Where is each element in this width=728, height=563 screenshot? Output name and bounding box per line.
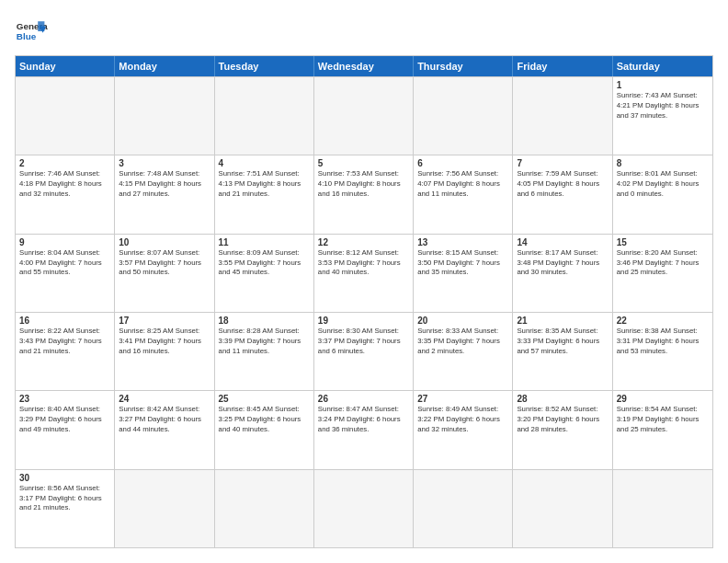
- day-number: 24: [119, 394, 210, 404]
- calendar-week-5: 23Sunrise: 8:40 AM Sunset: 3:29 PM Dayli…: [16, 390, 712, 468]
- weekday-header-monday: Monday: [115, 56, 214, 76]
- day-number: 3: [119, 158, 210, 168]
- day-number: 22: [617, 316, 709, 326]
- calendar: SundayMondayTuesdayWednesdayThursdayFrid…: [15, 55, 713, 548]
- day-info: Sunrise: 7:48 AM Sunset: 4:15 PM Dayligh…: [119, 169, 210, 200]
- calendar-empty-cell: [215, 77, 314, 155]
- day-number: 1: [617, 80, 709, 90]
- day-number: 6: [417, 158, 508, 168]
- calendar-day-22: 22Sunrise: 8:38 AM Sunset: 3:31 PM Dayli…: [613, 313, 712, 390]
- calendar-header: SundayMondayTuesdayWednesdayThursdayFrid…: [16, 56, 712, 76]
- day-info: Sunrise: 8:25 AM Sunset: 3:41 PM Dayligh…: [119, 327, 210, 357]
- day-info: Sunrise: 8:28 AM Sunset: 3:39 PM Dayligh…: [219, 327, 310, 357]
- day-info: Sunrise: 8:42 AM Sunset: 3:27 PM Dayligh…: [119, 405, 210, 435]
- weekday-header-thursday: Thursday: [414, 56, 513, 76]
- calendar-empty-cell: [513, 77, 612, 155]
- calendar-day-26: 26Sunrise: 8:47 AM Sunset: 3:24 PM Dayli…: [314, 391, 414, 468]
- day-info: Sunrise: 7:56 AM Sunset: 4:07 PM Dayligh…: [417, 169, 508, 200]
- header: General Blue: [15, 15, 713, 48]
- day-info: Sunrise: 8:09 AM Sunset: 3:55 PM Dayligh…: [219, 248, 310, 279]
- day-number: 15: [617, 237, 709, 247]
- calendar-empty-cell: [16, 77, 115, 155]
- calendar-empty-cell: [513, 470, 612, 547]
- calendar-day-25: 25Sunrise: 8:45 AM Sunset: 3:25 PM Dayli…: [215, 391, 314, 468]
- day-info: Sunrise: 7:51 AM Sunset: 4:13 PM Dayligh…: [219, 169, 310, 200]
- day-info: Sunrise: 8:49 AM Sunset: 3:22 PM Dayligh…: [417, 405, 508, 435]
- calendar-day-2: 2Sunrise: 7:46 AM Sunset: 4:18 PM Daylig…: [16, 155, 115, 233]
- weekday-header-wednesday: Wednesday: [314, 56, 414, 76]
- calendar-day-23: 23Sunrise: 8:40 AM Sunset: 3:29 PM Dayli…: [16, 391, 115, 468]
- day-number: 2: [19, 158, 110, 168]
- calendar-day-12: 12Sunrise: 8:12 AM Sunset: 3:53 PM Dayli…: [314, 235, 414, 312]
- weekday-header-tuesday: Tuesday: [215, 56, 314, 76]
- day-number: 27: [417, 394, 508, 404]
- svg-text:Blue: Blue: [17, 31, 37, 41]
- calendar-week-4: 16Sunrise: 8:22 AM Sunset: 3:43 PM Dayli…: [16, 312, 712, 390]
- day-info: Sunrise: 8:56 AM Sunset: 3:17 PM Dayligh…: [19, 484, 110, 514]
- calendar-empty-cell: [613, 470, 712, 547]
- day-number: 19: [318, 316, 409, 326]
- day-info: Sunrise: 8:01 AM Sunset: 4:02 PM Dayligh…: [617, 169, 709, 200]
- calendar-week-2: 2Sunrise: 7:46 AM Sunset: 4:18 PM Daylig…: [16, 155, 712, 233]
- day-number: 9: [19, 237, 110, 247]
- calendar-empty-cell: [115, 77, 214, 155]
- calendar-day-13: 13Sunrise: 8:15 AM Sunset: 3:50 PM Dayli…: [414, 235, 513, 312]
- day-info: Sunrise: 8:33 AM Sunset: 3:35 PM Dayligh…: [417, 327, 508, 357]
- day-number: 8: [617, 158, 709, 168]
- calendar-day-29: 29Sunrise: 8:54 AM Sunset: 3:19 PM Dayli…: [613, 391, 712, 468]
- day-info: Sunrise: 8:40 AM Sunset: 3:29 PM Dayligh…: [19, 405, 110, 435]
- calendar-body: 1Sunrise: 7:43 AM Sunset: 4:21 PM Daylig…: [16, 76, 712, 547]
- calendar-empty-cell: [414, 77, 513, 155]
- day-number: 18: [219, 316, 310, 326]
- day-info: Sunrise: 8:07 AM Sunset: 3:57 PM Dayligh…: [119, 248, 210, 279]
- calendar-day-6: 6Sunrise: 7:56 AM Sunset: 4:07 PM Daylig…: [414, 155, 513, 233]
- day-number: 11: [219, 237, 310, 247]
- day-number: 10: [119, 237, 210, 247]
- day-info: Sunrise: 7:53 AM Sunset: 4:10 PM Dayligh…: [318, 169, 409, 200]
- day-number: 25: [219, 394, 310, 404]
- day-info: Sunrise: 8:35 AM Sunset: 3:33 PM Dayligh…: [517, 327, 608, 357]
- day-info: Sunrise: 8:54 AM Sunset: 3:19 PM Dayligh…: [617, 405, 709, 435]
- calendar-day-5: 5Sunrise: 7:53 AM Sunset: 4:10 PM Daylig…: [314, 155, 414, 233]
- calendar-day-17: 17Sunrise: 8:25 AM Sunset: 3:41 PM Dayli…: [115, 313, 214, 390]
- calendar-empty-cell: [414, 470, 513, 547]
- day-number: 28: [517, 394, 608, 404]
- calendar-week-3: 9Sunrise: 8:04 AM Sunset: 4:00 PM Daylig…: [16, 234, 712, 312]
- calendar-empty-cell: [115, 470, 214, 547]
- calendar-week-1: 1Sunrise: 7:43 AM Sunset: 4:21 PM Daylig…: [16, 76, 712, 155]
- calendar-day-7: 7Sunrise: 7:59 AM Sunset: 4:05 PM Daylig…: [513, 155, 612, 233]
- day-number: 16: [19, 316, 110, 326]
- calendar-day-18: 18Sunrise: 8:28 AM Sunset: 3:39 PM Dayli…: [215, 313, 314, 390]
- calendar-day-9: 9Sunrise: 8:04 AM Sunset: 4:00 PM Daylig…: [16, 235, 115, 312]
- day-number: 21: [517, 316, 608, 326]
- day-number: 4: [219, 158, 310, 168]
- day-number: 17: [119, 316, 210, 326]
- day-number: 5: [318, 158, 409, 168]
- logo: General Blue: [15, 15, 48, 48]
- calendar-day-11: 11Sunrise: 8:09 AM Sunset: 3:55 PM Dayli…: [215, 235, 314, 312]
- day-info: Sunrise: 8:15 AM Sunset: 3:50 PM Dayligh…: [417, 248, 508, 279]
- calendar-day-20: 20Sunrise: 8:33 AM Sunset: 3:35 PM Dayli…: [414, 313, 513, 390]
- day-number: 20: [417, 316, 508, 326]
- calendar-day-21: 21Sunrise: 8:35 AM Sunset: 3:33 PM Dayli…: [513, 313, 612, 390]
- calendar-day-14: 14Sunrise: 8:17 AM Sunset: 3:48 PM Dayli…: [513, 235, 612, 312]
- day-number: 23: [19, 394, 110, 404]
- day-info: Sunrise: 8:52 AM Sunset: 3:20 PM Dayligh…: [517, 405, 608, 435]
- calendar-day-30: 30Sunrise: 8:56 AM Sunset: 3:17 PM Dayli…: [16, 470, 115, 547]
- calendar-day-10: 10Sunrise: 8:07 AM Sunset: 3:57 PM Dayli…: [115, 235, 214, 312]
- calendar-day-8: 8Sunrise: 8:01 AM Sunset: 4:02 PM Daylig…: [613, 155, 712, 233]
- calendar-empty-cell: [314, 470, 414, 547]
- page: General Blue SundayMondayTuesdayWednesda…: [0, 0, 728, 563]
- calendar-day-1: 1Sunrise: 7:43 AM Sunset: 4:21 PM Daylig…: [613, 77, 712, 155]
- calendar-day-24: 24Sunrise: 8:42 AM Sunset: 3:27 PM Dayli…: [115, 391, 214, 468]
- day-number: 29: [617, 394, 709, 404]
- day-number: 30: [19, 473, 110, 483]
- day-info: Sunrise: 8:22 AM Sunset: 3:43 PM Dayligh…: [19, 327, 110, 357]
- calendar-day-28: 28Sunrise: 8:52 AM Sunset: 3:20 PM Dayli…: [513, 391, 612, 468]
- day-info: Sunrise: 8:38 AM Sunset: 3:31 PM Dayligh…: [617, 327, 709, 357]
- calendar-day-3: 3Sunrise: 7:48 AM Sunset: 4:15 PM Daylig…: [115, 155, 214, 233]
- calendar-day-27: 27Sunrise: 8:49 AM Sunset: 3:22 PM Dayli…: [414, 391, 513, 468]
- generalblue-logo-icon: General Blue: [15, 15, 48, 48]
- calendar-empty-cell: [314, 77, 414, 155]
- calendar-day-16: 16Sunrise: 8:22 AM Sunset: 3:43 PM Dayli…: [16, 313, 115, 390]
